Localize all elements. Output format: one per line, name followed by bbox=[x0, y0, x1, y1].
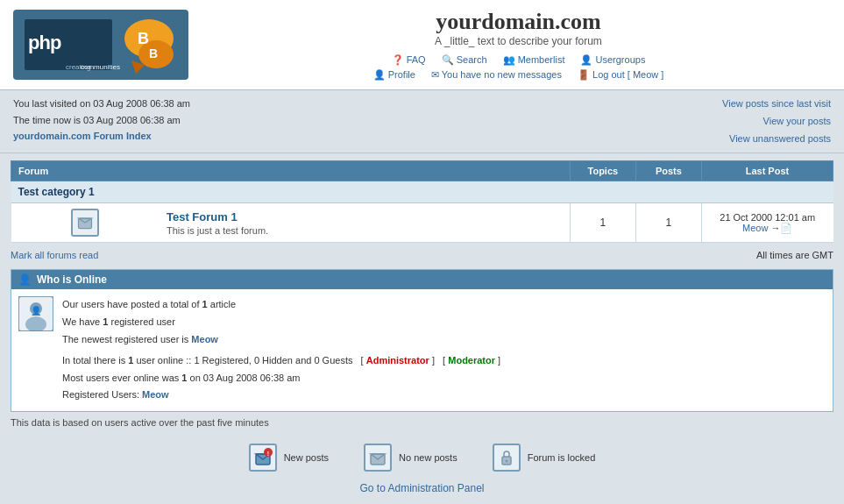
legend-bar: ! New posts No new posts bbox=[11, 433, 833, 477]
timezone-text: All times are GMT bbox=[756, 250, 833, 260]
mark-bar: Mark all forums read All times are GMT bbox=[11, 246, 833, 264]
who-online-text: Our users have posted a total of 1 artic… bbox=[62, 296, 500, 404]
forum-locked-icon bbox=[493, 444, 521, 472]
svg-text:!: ! bbox=[267, 451, 269, 457]
forum-locked-label: Forum is locked bbox=[528, 452, 596, 463]
legend-new-posts: ! New posts bbox=[249, 444, 329, 472]
forum-icon-cell bbox=[11, 203, 160, 243]
logout-icon: 🚪 bbox=[578, 69, 590, 80]
new-posts-icon: ! bbox=[249, 444, 277, 472]
col-posts: Posts bbox=[635, 161, 701, 181]
memberlist-link[interactable]: 👥 Memberlist bbox=[503, 54, 565, 66]
who-online-icon: 👤 bbox=[18, 273, 32, 286]
phpbb-logo-svg: php creating communities B B bbox=[18, 12, 184, 78]
last-visit-text: You last visited on 03 Aug 2008 06:38 am bbox=[13, 96, 190, 112]
forum-icon bbox=[71, 209, 99, 237]
no-new-posts-label: No new posts bbox=[399, 452, 457, 463]
svg-text:B: B bbox=[138, 30, 149, 47]
messages-icon: ✉ bbox=[431, 69, 439, 80]
svg-point-26 bbox=[505, 460, 507, 463]
who-line5: Most users ever online was 1 on 03 Aug 2… bbox=[62, 370, 500, 387]
legend-no-new-posts: No new posts bbox=[364, 444, 457, 472]
footer: Powered by phpBB © 2001, 2005 phpBB Grou… bbox=[11, 500, 833, 504]
profile-icon: 👤 bbox=[373, 69, 386, 80]
last-post-user-link[interactable]: Meow bbox=[742, 223, 768, 233]
info-bar: You last visited on 03 Aug 2008 06:38 am… bbox=[0, 90, 844, 153]
visit-info: You last visited on 03 Aug 2008 06:38 am… bbox=[13, 96, 190, 145]
logout-link[interactable]: 🚪 Log out [ Meow ] bbox=[578, 69, 663, 81]
who-online-body: 👤 Our users have posted a total of 1 art… bbox=[11, 289, 833, 411]
newest-user-link[interactable]: Meow bbox=[191, 334, 218, 344]
who-line4: In total there is 1 user online :: 1 Reg… bbox=[62, 352, 500, 370]
who-line6: Registered Users: Meow bbox=[62, 387, 500, 404]
view-posts-since-link[interactable]: View posts since last visit bbox=[722, 98, 831, 109]
who-line3: The newest registered user is Meow bbox=[62, 331, 500, 349]
category-name: Test category 1 bbox=[11, 181, 833, 203]
view-unanswered-link[interactable]: View unanswered posts bbox=[729, 133, 831, 144]
usergroups-link[interactable]: 👤 Usergroups bbox=[580, 54, 645, 66]
mark-all-read-link[interactable]: Mark all forums read bbox=[11, 250, 98, 260]
search-link[interactable]: 🔍 Search bbox=[442, 54, 487, 66]
search-icon: 🔍 bbox=[442, 54, 454, 65]
faq-link[interactable]: ❓ FAQ bbox=[392, 54, 426, 66]
site-description: A _little_ text to describe your forum bbox=[206, 35, 831, 47]
admin-panel-link[interactable]: Go to Administration Panel bbox=[359, 482, 484, 494]
header: php creating communities B B yourdomain.… bbox=[0, 0, 844, 90]
who-online-title: Who is Online bbox=[37, 273, 107, 286]
data-notice: This data is based on users active over … bbox=[11, 412, 833, 433]
who-online-header: 👤 Who is Online bbox=[11, 270, 833, 289]
col-last-post: Last Post bbox=[701, 161, 833, 181]
who-online-avatar: 👤 bbox=[18, 296, 53, 331]
table-row: Test Forum 1 This is just a test forum. … bbox=[11, 203, 833, 243]
svg-text:php: php bbox=[28, 32, 61, 53]
usergroups-icon: 👤 bbox=[580, 54, 592, 65]
memberlist-icon: 👥 bbox=[503, 54, 515, 65]
last-post-cell: 21 Oct 2000 12:01 am Meow →📄 bbox=[701, 203, 833, 243]
moderator-link[interactable]: Moderator bbox=[448, 355, 495, 366]
forum-description: This is just a test forum. bbox=[167, 225, 563, 236]
svg-text:👤: 👤 bbox=[31, 305, 42, 316]
profile-link[interactable]: 👤 Profile bbox=[373, 69, 415, 81]
new-posts-label: New posts bbox=[284, 452, 329, 463]
last-post-arrow: →📄 bbox=[770, 223, 792, 233]
who-line1: Our users have posted a total of 1 artic… bbox=[62, 296, 500, 314]
forum-index-link[interactable]: yourdomain.com Forum Index bbox=[13, 131, 152, 141]
site-title-area: yourdomain.com A _little_ text to descri… bbox=[206, 9, 831, 81]
who-online-box: 👤 Who is Online 👤 Our users have posted … bbox=[11, 269, 833, 412]
logo-box: php creating communities B B bbox=[13, 10, 188, 80]
top-nav: ❓ FAQ 🔍 Search 👥 Memberlist 👤 Usergroups bbox=[206, 54, 831, 66]
time-now-text: The time now is 03 Aug 2008 06:38 am bbox=[13, 112, 190, 129]
who-line2: We have 1 registered user bbox=[62, 314, 500, 331]
category-row: Test category 1 bbox=[11, 181, 833, 203]
col-topics: Topics bbox=[570, 161, 635, 181]
table-header-row: Forum Topics Posts Last Post bbox=[11, 161, 833, 181]
svg-text:B: B bbox=[149, 46, 158, 60]
site-title: yourdomain.com bbox=[206, 9, 831, 35]
legend-forum-locked: Forum is locked bbox=[493, 444, 596, 472]
messages-link[interactable]: ✉ You have no new messages bbox=[431, 69, 562, 81]
admin-link[interactable]: Administrator bbox=[366, 355, 429, 366]
posts-cell: 1 bbox=[635, 203, 701, 243]
forum-table: Forum Topics Posts Last Post Test catego… bbox=[11, 160, 833, 243]
svg-text:communities: communities bbox=[81, 63, 120, 71]
main-content: Forum Topics Posts Last Post Test catego… bbox=[0, 153, 844, 504]
col-forum: Forum bbox=[11, 161, 571, 181]
admin-panel-section: Go to Administration Panel bbox=[11, 477, 833, 500]
forum-name-cell: Test Forum 1 This is just a test forum. bbox=[160, 203, 570, 243]
faq-icon: ❓ bbox=[392, 54, 404, 65]
quick-links: View posts since last visit View your po… bbox=[722, 96, 831, 147]
second-nav: 👤 Profile ✉ You have no new messages 🚪 L… bbox=[206, 69, 831, 81]
logo-area: php creating communities B B bbox=[13, 10, 206, 80]
view-your-posts-link[interactable]: View your posts bbox=[763, 116, 831, 126]
forum-name-link[interactable]: Test Forum 1 bbox=[167, 210, 238, 224]
registered-user-link[interactable]: Meow bbox=[142, 389, 169, 400]
no-new-posts-icon bbox=[364, 444, 392, 472]
topics-cell: 1 bbox=[570, 203, 635, 243]
